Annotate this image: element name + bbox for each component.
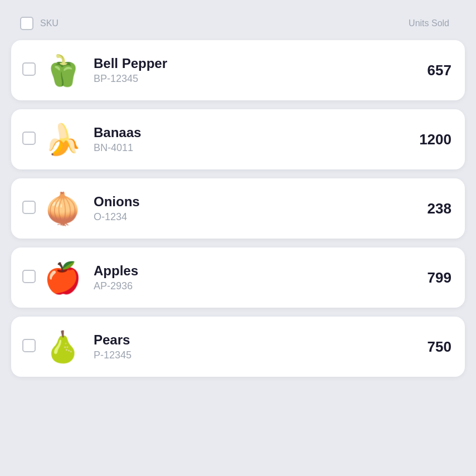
- product-name-onion: Onions: [94, 194, 416, 210]
- checkbox-pear[interactable]: [22, 339, 36, 352]
- product-name-bell-pepper: Bell Pepper: [94, 56, 416, 72]
- product-info-pear: Pears P-12345: [94, 332, 416, 361]
- product-name-apple: Apples: [94, 263, 416, 279]
- product-card-apple: 🍎 Apples AP-2936 799: [11, 247, 465, 308]
- checkbox-apple[interactable]: [22, 270, 36, 283]
- product-name-pear: Pears: [94, 332, 416, 348]
- product-checkbox-bell-pepper[interactable]: [22, 62, 36, 78]
- select-all-checkbox[interactable]: [20, 17, 33, 30]
- product-card-onion: 🧅 Onions O-1234 238: [11, 178, 465, 239]
- product-image-pear: 🍐: [42, 327, 82, 367]
- product-units-onion: 238: [416, 200, 451, 217]
- checkbox-banana[interactable]: [22, 132, 36, 145]
- checkbox-onion[interactable]: [22, 201, 36, 214]
- product-image-banana: 🍌: [42, 119, 82, 159]
- product-checkbox-pear[interactable]: [22, 339, 36, 354]
- product-checkbox-onion[interactable]: [22, 201, 36, 216]
- product-sku-pear: P-12345: [94, 349, 416, 361]
- product-units-pear: 750: [416, 338, 451, 356]
- product-image-onion: 🧅: [42, 188, 82, 229]
- product-card-banana: 🍌 Banaas BN-4011 1200: [11, 109, 465, 169]
- product-sku-apple: AP-2936: [94, 280, 416, 292]
- product-units-bell-pepper: 657: [416, 62, 451, 79]
- product-checkbox-apple[interactable]: [22, 270, 36, 285]
- product-name-banana: Banaas: [94, 125, 408, 141]
- product-info-apple: Apples AP-2936: [94, 263, 416, 292]
- product-info-onion: Onions O-1234: [94, 194, 416, 223]
- product-sku-onion: O-1234: [94, 211, 416, 223]
- table-header: SKU Units Sold: [11, 11, 465, 36]
- checkbox-bell-pepper[interactable]: [22, 62, 36, 76]
- product-card-bell-pepper: 🫑 Bell Pepper BP-12345 657: [11, 40, 465, 100]
- product-checkbox-banana[interactable]: [22, 132, 36, 147]
- product-info-bell-pepper: Bell Pepper BP-12345: [94, 56, 416, 85]
- product-sku-banana: BN-4011: [94, 142, 408, 154]
- units-sold-column-header: Units Sold: [409, 18, 454, 28]
- product-list: 🫑 Bell Pepper BP-12345 657 🍌 Banaas BN-4…: [11, 40, 465, 377]
- product-image-apple: 🍎: [42, 258, 82, 298]
- sku-column-header: SKU: [40, 18, 59, 28]
- product-units-banana: 1200: [408, 131, 451, 148]
- product-image-bell-pepper: 🫑: [42, 50, 82, 90]
- product-card-pear: 🍐 Pears P-12345 750: [11, 317, 465, 377]
- product-info-banana: Banaas BN-4011: [94, 125, 408, 154]
- product-units-apple: 799: [416, 269, 451, 286]
- product-sku-bell-pepper: BP-12345: [94, 73, 416, 85]
